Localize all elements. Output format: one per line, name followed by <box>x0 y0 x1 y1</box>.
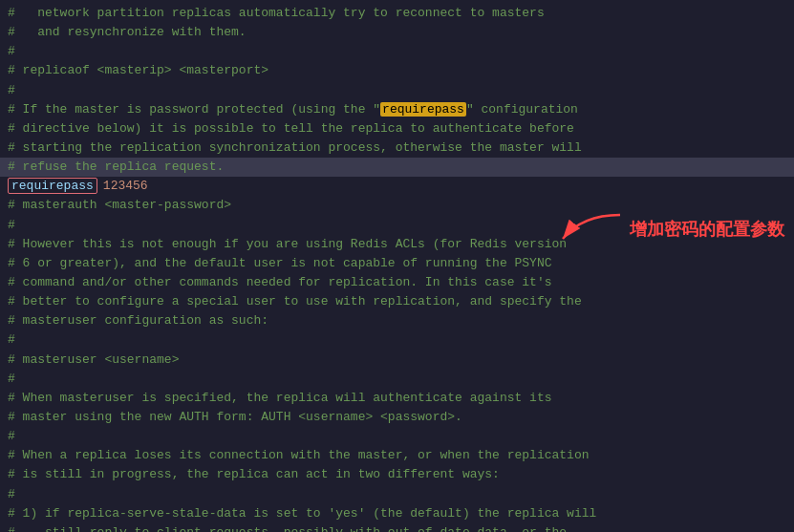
line-7: # directive below) it is possible to tel… <box>0 119 794 138</box>
line-8: # starting the replication synchronizati… <box>0 138 794 158</box>
line-27: # 1) if replica-serve-stale-data is set … <box>0 504 794 523</box>
line-16: # better to configure a special user to … <box>0 292 794 311</box>
line-10: requirepass123456 <box>0 177 794 196</box>
line-18: # <box>0 330 794 350</box>
line-21: # When masteruser is specified, the repl… <box>0 389 794 408</box>
line-14: # 6 or greater), and the default user is… <box>0 254 794 273</box>
line-13: # However this is not enough if you are … <box>0 235 794 254</box>
line-4: # replicaof <masterip> <masterport> <box>0 61 794 80</box>
line-24: # When a replica loses its connection wi… <box>0 446 794 465</box>
line-23: # <box>0 427 794 446</box>
line-28: # still reply to client requests, possib… <box>0 523 794 532</box>
line-26: # <box>0 485 794 504</box>
line-1: # network partition replicas automatical… <box>0 4 794 23</box>
line-12: # <box>0 216 794 235</box>
line-20: # <box>0 370 794 389</box>
line-3: # <box>0 42 794 61</box>
line-19: # masteruser <username> <box>0 351 794 370</box>
line-5: # <box>0 81 794 100</box>
line-15: # command and/or other commands needed f… <box>0 273 794 292</box>
requirepass-config-value: 123456 <box>103 179 148 193</box>
requirepass-config-key: requirepass <box>8 178 97 194</box>
code-editor: # network partition replicas automatical… <box>0 0 794 532</box>
line-6: # If the master is password protected (u… <box>0 100 794 119</box>
line-2: # and resynchronize with them. <box>0 23 794 42</box>
line-9: # refuse the replica request. <box>0 158 794 177</box>
line-11: # masterauth <master-password> <box>0 196 794 215</box>
line-25: # is still in progress, the replica can … <box>0 465 794 484</box>
requirepass-highlight: requirepass <box>380 102 466 117</box>
line-17: # masteruser configuration as such: <box>0 311 794 330</box>
line-22: # master using the new AUTH form: AUTH <… <box>0 408 794 427</box>
